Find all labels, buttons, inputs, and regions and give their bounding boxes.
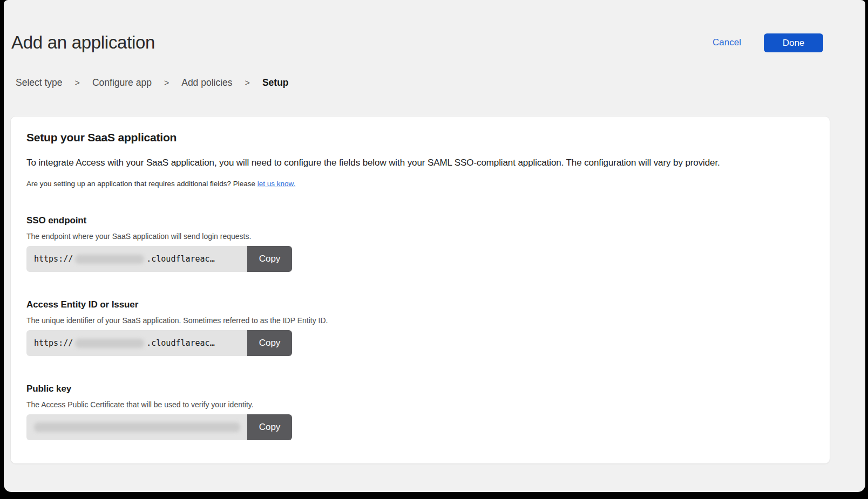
access-entity-id-value-suffix: .cloudflareac… bbox=[146, 338, 214, 348]
access-entity-id-value: https://.cloudflareac… bbox=[26, 330, 247, 356]
card-note: Are you setting up an application that r… bbox=[26, 180, 815, 188]
access-entity-id-copy-button[interactable]: Copy bbox=[247, 330, 292, 356]
redacted-value bbox=[75, 255, 144, 264]
access-entity-id-value-prefix: https:// bbox=[34, 338, 73, 348]
sso-endpoint-copy-button[interactable]: Copy bbox=[247, 246, 292, 272]
sso-endpoint-section: SSO endpoint The endpoint where your Saa… bbox=[26, 215, 815, 272]
card-note-text: Are you setting up an application that r… bbox=[26, 180, 257, 188]
breadcrumb-step-setup[interactable]: Setup bbox=[262, 77, 289, 88]
breadcrumb-separator: > bbox=[75, 78, 80, 88]
sso-endpoint-field: https://.cloudflareac… Copy bbox=[26, 246, 292, 272]
sso-endpoint-value-suffix: .cloudflareac… bbox=[146, 254, 214, 264]
public-key-field: Copy bbox=[26, 414, 292, 440]
access-entity-id-description: The unique identifier of your SaaS appli… bbox=[26, 316, 815, 325]
done-button[interactable]: Done bbox=[764, 33, 823, 52]
access-entity-id-section: Access Entity ID or Issuer The unique id… bbox=[26, 299, 815, 356]
breadcrumb-separator: > bbox=[164, 78, 169, 88]
public-key-description: The Access Public Certificate that will … bbox=[26, 400, 815, 409]
header-actions: Cancel Done bbox=[713, 33, 823, 52]
breadcrumb-step-add-policies[interactable]: Add policies bbox=[181, 77, 232, 88]
sso-endpoint-label: SSO endpoint bbox=[26, 215, 815, 226]
let-us-know-link[interactable]: let us know. bbox=[257, 180, 296, 188]
breadcrumb-separator: > bbox=[245, 78, 250, 88]
public-key-label: Public key bbox=[26, 384, 815, 394]
breadcrumb: Select type > Configure app > Add polici… bbox=[4, 53, 865, 88]
sso-endpoint-description: The endpoint where your SaaS application… bbox=[26, 232, 815, 241]
page-title: Add an application bbox=[11, 32, 155, 53]
card-intro-text: To integrate Access with your SaaS appli… bbox=[26, 158, 815, 168]
redacted-value bbox=[75, 339, 144, 348]
public-key-copy-button[interactable]: Copy bbox=[247, 414, 292, 440]
breadcrumb-step-select-type[interactable]: Select type bbox=[16, 77, 63, 88]
sso-endpoint-value: https://.cloudflareac… bbox=[26, 246, 247, 272]
breadcrumb-step-configure-app[interactable]: Configure app bbox=[92, 77, 152, 88]
access-entity-id-label: Access Entity ID or Issuer bbox=[26, 299, 815, 310]
card-heading: Setup your SaaS application bbox=[26, 131, 815, 144]
access-entity-id-field: https://.cloudflareac… Copy bbox=[26, 330, 292, 356]
sso-endpoint-value-prefix: https:// bbox=[34, 254, 73, 264]
setup-card: Setup your SaaS application To integrate… bbox=[10, 116, 830, 464]
cancel-button[interactable]: Cancel bbox=[713, 37, 741, 48]
redacted-value bbox=[34, 422, 240, 432]
page-header: Add an application Cancel Done bbox=[4, 0, 865, 53]
app-window: Add an application Cancel Done Select ty… bbox=[4, 0, 865, 492]
public-key-section: Public key The Access Public Certificate… bbox=[26, 384, 815, 440]
public-key-value bbox=[26, 414, 247, 440]
